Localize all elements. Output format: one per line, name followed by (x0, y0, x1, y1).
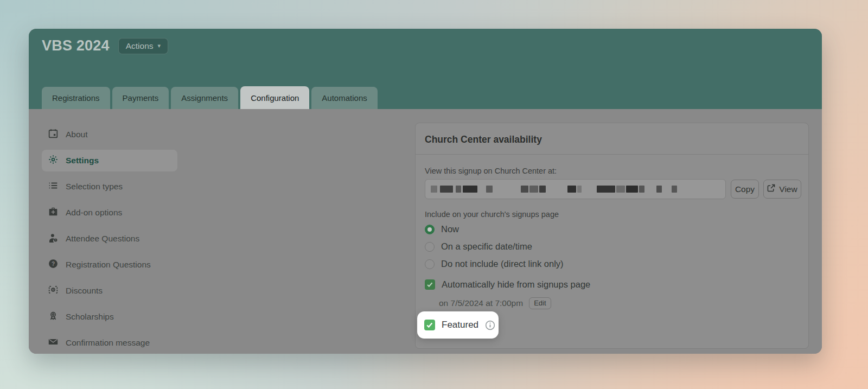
event-header: VBS 2024 Actions ▾ 1–5 Jul 2024 Link onl… (29, 29, 822, 109)
radio-unselected-icon[interactable] (425, 242, 435, 252)
sidebar-item-label: Add-on options (66, 208, 122, 218)
sidebar-item-label: Discounts (66, 286, 103, 296)
sidebar-item-label: Confirmation message (66, 338, 150, 348)
svg-text:?: ? (52, 261, 55, 267)
radio-option-do-not-include[interactable]: Do not include (direct link only) (425, 259, 564, 269)
question-circle-icon: ? (48, 259, 58, 271)
auto-hide-detail: on 7/5/2024 at 7:00pm Edit (439, 297, 551, 309)
actions-button[interactable]: Actions ▾ (118, 38, 168, 54)
tab-configuration[interactable]: Configuration (240, 86, 309, 109)
radio-unselected-icon[interactable] (425, 259, 435, 269)
sidebar-item-label: About (66, 130, 88, 139)
auto-hide-datetime: on 7/5/2024 at 7:00pm (439, 298, 523, 308)
radio-label: Now (441, 224, 459, 234)
tab-automations[interactable]: Automations (311, 87, 377, 109)
info-icon[interactable] (485, 320, 495, 330)
divider (416, 154, 808, 155)
featured-spotlight: Featured (417, 311, 499, 339)
sidebar-item-label: Settings (66, 156, 99, 165)
card-title: Church Center availability (425, 134, 542, 145)
checkbox-checked-icon[interactable] (425, 279, 435, 290)
tab-registrations[interactable]: Registrations (42, 87, 110, 109)
person-badge-icon: ! (48, 233, 58, 245)
sidebar-item-add-on-options[interactable]: Add-on options (42, 202, 177, 224)
radio-selected-icon[interactable] (425, 225, 435, 234)
list-icon (48, 181, 58, 193)
edit-button[interactable]: Edit (529, 297, 551, 309)
tab-assignments[interactable]: Assignments (171, 87, 238, 109)
chevron-down-icon: ▾ (158, 42, 161, 49)
auto-hide-checkbox-row[interactable]: Automatically hide from signups page (425, 279, 590, 290)
sidebar-item-attendee-questions[interactable]: ! Attendee Questions (42, 228, 177, 250)
church-center-availability-card: Church Center availability View this sig… (415, 123, 809, 349)
actions-button-label: Actions (126, 41, 154, 51)
sidebar-item-label: Scholarships (66, 312, 114, 322)
sidebar-item-confirmation-message[interactable]: Confirmation message (42, 332, 177, 354)
auto-hide-label: Automatically hide from signups page (442, 279, 590, 290)
sidebar-item-discounts[interactable]: Discounts (42, 280, 177, 302)
view-button-label: View (779, 184, 797, 194)
signup-url-label: View this signup on Church Center at: (425, 167, 557, 175)
sidebar-item-label: Attendee Questions (66, 234, 139, 244)
signup-url-input[interactable] (425, 179, 726, 199)
radio-label: Do not include (direct link only) (441, 259, 564, 269)
calendar-icon (48, 129, 58, 141)
radio-option-now[interactable]: Now (425, 224, 459, 234)
award-icon (48, 311, 58, 323)
sidebar-item-about[interactable]: About (42, 124, 177, 145)
coupon-icon (48, 285, 58, 297)
sidebar-item-registration-questions[interactable]: ? Registration Questions (42, 254, 177, 276)
envelope-icon (48, 337, 58, 349)
external-link-icon (767, 184, 775, 194)
featured-label: Featured (442, 320, 478, 330)
sidebar-item-selection-types[interactable]: Selection types (42, 176, 177, 197)
configuration-sidebar: About Settings Selection types Add-on op… (42, 124, 177, 354)
configuration-content: About Settings Selection types Add-on op… (29, 109, 822, 354)
tab-payments[interactable]: Payments (112, 87, 169, 109)
tab-bar: Registrations Payments Assignments Confi… (42, 86, 378, 109)
briefcase-plus-icon (48, 207, 58, 219)
sidebar-item-scholarships[interactable]: Scholarships (42, 306, 177, 328)
app-window: VBS 2024 Actions ▾ 1–5 Jul 2024 Link onl… (29, 29, 822, 354)
copy-button[interactable]: Copy (731, 180, 759, 199)
view-button[interactable]: View (763, 180, 801, 199)
include-on-signups-label: Include on your church's signups page (425, 210, 559, 219)
copy-button-label: Copy (735, 184, 755, 194)
sidebar-item-label: Selection types (66, 182, 123, 192)
gear-icon (48, 155, 58, 167)
featured-checkbox[interactable] (424, 320, 435, 330)
radio-label: On a specific date/time (441, 241, 532, 252)
radio-option-specific-datetime[interactable]: On a specific date/time (425, 241, 532, 252)
sidebar-item-settings[interactable]: Settings (42, 150, 177, 171)
sidebar-item-label: Registration Questions (66, 260, 151, 270)
page-title: VBS 2024 (42, 37, 110, 54)
